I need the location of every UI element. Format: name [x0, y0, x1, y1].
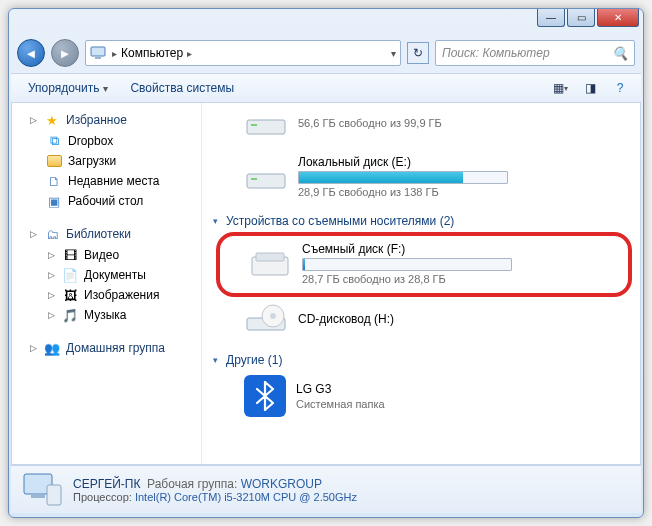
maximize-button[interactable]: ▭ [567, 9, 595, 27]
sidebar-item-video[interactable]: ▷🎞Видео [12, 245, 201, 265]
search-input[interactable]: Поиск: Компьютер 🔍 [435, 40, 635, 66]
sidebar-item-documents[interactable]: ▷📄Документы [12, 265, 201, 285]
music-icon: 🎵 [62, 307, 78, 323]
view-mode-button[interactable]: ▦ ▾ [547, 77, 573, 99]
recent-icon: 🗋 [46, 173, 62, 189]
favorites-group[interactable]: ▷★Избранное [12, 109, 201, 131]
capacity-bar [298, 171, 508, 184]
homegroup-icon: 👥 [44, 340, 60, 356]
content-pane: 56,6 ГБ свободно из 99,9 ГБ Локальный ди… [202, 103, 640, 464]
svg-rect-1 [95, 57, 101, 59]
client-area: ▷★Избранное ⧉Dropbox Загрузки 🗋Недавние … [11, 103, 641, 465]
desktop-icon: ▣ [46, 193, 62, 209]
computer-icon [21, 471, 63, 509]
cpu-value: Intel(R) Core(TM) i5-3210M CPU @ 2.50GHz [135, 491, 357, 503]
highlight-annotation: Съемный диск (F:) 28,7 ГБ свободно из 28… [216, 232, 632, 297]
breadcrumb-root[interactable]: Компьютер [121, 46, 183, 60]
bluetooth-icon [244, 375, 286, 417]
sidebar-item-downloads[interactable]: Загрузки [12, 151, 201, 171]
computer-icon [90, 45, 106, 61]
svg-rect-2 [247, 120, 285, 134]
system-properties-button[interactable]: Свойства системы [121, 77, 243, 99]
breadcrumb[interactable]: ▸Компьютер▸ ▾ [85, 40, 401, 66]
titlebar: — ▭ ✕ [9, 9, 643, 37]
toolbar: Упорядочить ▾ Свойства системы ▦ ▾ ◨ ? [11, 73, 641, 103]
svg-rect-4 [247, 174, 285, 188]
libraries-group[interactable]: ▷🗂Библиотеки [12, 223, 201, 245]
removable-devices-header[interactable]: ▾Устройства со съемными носителями (2) [208, 208, 632, 232]
capacity-bar [302, 258, 512, 271]
sidebar-item-images[interactable]: ▷🖼Изображения [12, 285, 201, 305]
sidebar-item-dropbox[interactable]: ⧉Dropbox [12, 131, 201, 151]
sidebar-item-recent[interactable]: 🗋Недавние места [12, 171, 201, 191]
drive-cd[interactable]: CD-дисковод (H:) [208, 297, 632, 347]
images-icon: 🖼 [62, 287, 78, 303]
organize-button[interactable]: Упорядочить ▾ [19, 77, 117, 99]
explorer-window: — ▭ ✕ ◄ ► ▸Компьютер▸ ▾ ↻ Поиск: Компьют… [8, 8, 644, 518]
hdd-icon [244, 159, 288, 195]
downloads-icon [46, 153, 62, 169]
cd-drive-icon [244, 301, 288, 337]
computer-name: СЕРГЕЙ-ПК [73, 477, 140, 491]
close-button[interactable]: ✕ [597, 9, 639, 27]
device-lg-g3[interactable]: LG G3 Системная папка [208, 371, 632, 427]
svg-rect-7 [256, 253, 284, 261]
sidebar-item-desktop[interactable]: ▣Рабочий стол [12, 191, 201, 211]
drive-f[interactable]: Съемный диск (F:) 28,7 ГБ свободно из 28… [248, 242, 618, 285]
drive-e[interactable]: Локальный диск (E:) 28,9 ГБ свободно из … [208, 151, 632, 208]
sidebar-item-music[interactable]: ▷🎵Музыка [12, 305, 201, 325]
refresh-button[interactable]: ↻ [407, 42, 429, 64]
search-icon: 🔍 [612, 45, 628, 61]
svg-rect-12 [31, 495, 45, 498]
minimize-button[interactable]: — [537, 9, 565, 27]
dropbox-icon: ⧉ [46, 133, 62, 149]
other-devices-header[interactable]: ▾Другие (1) [208, 347, 632, 371]
star-icon: ★ [44, 112, 60, 128]
address-bar: ◄ ► ▸Компьютер▸ ▾ ↻ Поиск: Компьютер 🔍 [9, 37, 643, 73]
hdd-icon [244, 105, 288, 141]
back-button[interactable]: ◄ [17, 39, 45, 67]
drive-partial[interactable]: 56,6 ГБ свободно из 99,9 ГБ [208, 105, 632, 151]
workgroup-value: WORKGROUP [241, 477, 322, 491]
details-pane: СЕРГЕЙ-ПК Рабочая группа: WORKGROUP Проц… [11, 465, 641, 513]
search-placeholder: Поиск: Компьютер [442, 46, 550, 60]
navigation-pane: ▷★Избранное ⧉Dropbox Загрузки 🗋Недавние … [12, 103, 202, 464]
svg-rect-13 [47, 485, 61, 505]
svg-point-10 [270, 313, 276, 319]
breadcrumb-dropdown[interactable]: ▾ [391, 48, 396, 59]
homegroup-group[interactable]: ▷👥Домашняя группа [12, 337, 201, 359]
svg-rect-3 [251, 124, 257, 126]
video-icon: 🎞 [62, 247, 78, 263]
preview-pane-button[interactable]: ◨ [577, 77, 603, 99]
svg-rect-0 [91, 47, 105, 56]
svg-rect-5 [251, 178, 257, 180]
help-button[interactable]: ? [607, 77, 633, 99]
forward-button[interactable]: ► [51, 39, 79, 67]
documents-icon: 📄 [62, 267, 78, 283]
removable-disk-icon [248, 246, 292, 282]
libraries-icon: 🗂 [44, 226, 60, 242]
